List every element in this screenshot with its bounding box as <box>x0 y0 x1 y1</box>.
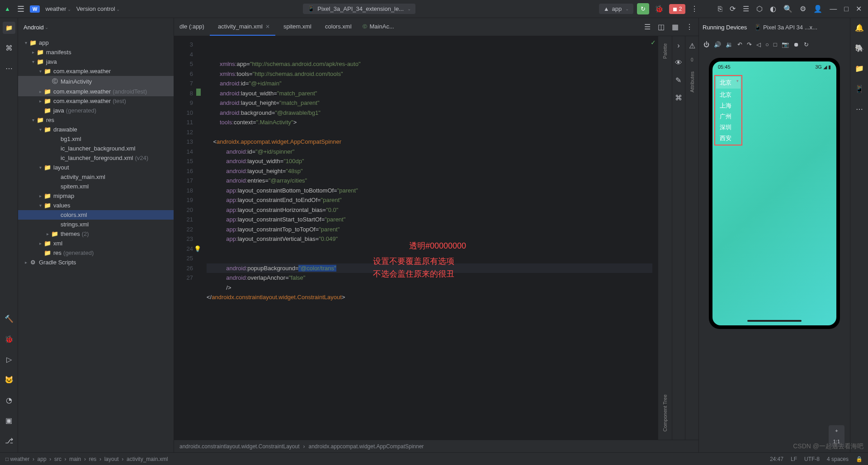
tree-item[interactable]: 📁res(generated) <box>18 248 174 258</box>
file-encoding[interactable]: UTF-8 <box>804 456 820 462</box>
inspection-tool-icon[interactable]: ◔ <box>4 394 14 406</box>
tree-item[interactable]: ▸📁manifests <box>18 47 174 57</box>
spinner-item[interactable]: 广州 <box>716 111 741 122</box>
editor-tab[interactable]: spitem.xml <box>275 18 317 36</box>
palette-expand-icon[interactable]: › <box>675 40 681 52</box>
profiler-icon[interactable]: ◐ <box>768 3 778 15</box>
warnings-icon[interactable]: ⚠ <box>687 40 697 52</box>
spinner-item[interactable]: 上海 <box>716 100 741 111</box>
view-mode-design-icon[interactable]: ▦ <box>670 21 680 33</box>
volume-up-icon[interactable]: 🔊 <box>714 41 721 48</box>
spinner-selected[interactable]: 北京 <box>716 77 741 89</box>
maximize-icon[interactable]: □ <box>842 3 850 15</box>
tree-item[interactable]: 📁java(generated) <box>18 106 174 115</box>
breadcrumb-item[interactable]: androidx.appcompat.widget.AppCompatSpinn… <box>309 443 424 450</box>
spinner-item[interactable]: 深圳 <box>716 122 741 133</box>
nav-crumbs[interactable]: □ weather › app › src › main › res › lay… <box>5 456 168 462</box>
screenshot-icon[interactable]: 📷 <box>782 41 789 48</box>
view-mode-split-icon[interactable]: ◫ <box>656 21 666 33</box>
tree-item[interactable]: ▸📁mipmap <box>18 191 174 201</box>
build-tool-icon[interactable]: 🔨 <box>3 313 15 325</box>
terminal-tool-icon[interactable]: ▣ <box>4 414 14 427</box>
project-tree[interactable]: ▾📁app▸📁manifests▾📁java▾📁com.example.weat… <box>18 36 174 452</box>
line-separator[interactable]: LF <box>791 456 797 462</box>
editor-tab[interactable]: activity_main.xml✕ <box>210 18 275 36</box>
stop-button[interactable]: ◼ 2 <box>669 4 685 14</box>
attributes-label[interactable]: Attributes <box>689 68 695 96</box>
tree-item[interactable]: ▾📁values <box>18 201 174 210</box>
tree-item[interactable]: ▾📁app <box>18 38 174 47</box>
run-config-selector[interactable]: ▲ app⌄ <box>599 4 634 14</box>
code-editor[interactable]: xmlns:app="http://schemas.android.com/ap… <box>201 36 658 440</box>
running-devices-tab[interactable]: Running Devices <box>703 22 747 33</box>
tree-item[interactable]: ▸📁themes(2) <box>18 229 174 239</box>
record-icon[interactable]: ⏺ <box>793 41 799 48</box>
resource-tool-icon[interactable]: ⋯ <box>4 62 14 75</box>
phone-screen[interactable]: 05:45 3G ◢ ▮ 北京 北京上海广州深圳西安 <box>712 61 836 325</box>
run-button[interactable]: ↻ <box>637 3 649 14</box>
breadcrumb-item[interactable]: androidx.constraintlayout.widget.Constra… <box>179 443 300 450</box>
back-icon[interactable]: ◁ <box>756 41 761 48</box>
device-selector[interactable]: 📱 Pixel_3a_API_34_extension_le...⌄ <box>303 4 415 14</box>
more-actions-icon[interactable]: ⋮ <box>689 3 700 15</box>
close-window-icon[interactable]: ✕ <box>854 3 863 15</box>
notifications-icon[interactable]: 🔔 <box>853 22 866 34</box>
project-tool-icon[interactable]: 📁 <box>3 22 15 34</box>
readonly-lock-icon[interactable]: 🔒 <box>856 456 863 462</box>
rotate-left-icon[interactable]: ↶ <box>737 41 742 48</box>
tree-item[interactable]: ⒸMainActivity <box>18 76 174 87</box>
tree-item[interactable]: ▾📁java <box>18 57 174 66</box>
tree-item[interactable]: ▸📁com.example.weather(androidTest) <box>18 87 174 96</box>
tab-more-icon[interactable]: ⋮ <box>684 21 695 33</box>
tree-item[interactable]: strings.xml <box>18 220 174 229</box>
settings-icon[interactable]: ⚙ <box>798 3 808 15</box>
debug-tool-icon[interactable]: 🐞 <box>3 333 15 345</box>
home-icon[interactable]: ○ <box>765 41 769 48</box>
tree-item[interactable]: activity_main.xml <box>18 172 174 182</box>
device-instance-tab[interactable]: 📱 Pixel 3a API 34 ...x... <box>754 22 817 33</box>
tree-item[interactable]: colors.xml <box>18 210 174 220</box>
zoom-in-button[interactable]: + <box>829 425 844 436</box>
attr-link-icon[interactable]: ⌘ <box>673 92 684 104</box>
more-device-icon[interactable]: ↻ <box>804 41 809 48</box>
tree-item[interactable]: bg1.xml <box>18 134 174 144</box>
more-tools-icon[interactable]: ⋯ <box>854 103 865 115</box>
editor-tab[interactable]: dle (:app) <box>174 18 210 36</box>
code-with-me-icon[interactable]: ⎘ <box>716 3 724 15</box>
cursor-position[interactable]: 24:47 <box>770 456 783 462</box>
spinner-item[interactable]: 北京 <box>716 89 741 100</box>
component-tree-label[interactable]: Component Tree <box>662 391 668 435</box>
visibility-icon[interactable]: 👁 <box>673 57 684 69</box>
rotate-right-icon[interactable]: ↷ <box>747 41 752 48</box>
tree-item[interactable]: ▾📁com.example.weather <box>18 66 174 76</box>
tree-item[interactable]: ▾📁res <box>18 115 174 125</box>
minimize-icon[interactable]: — <box>828 3 839 15</box>
tree-item[interactable]: ▾📁layout <box>18 163 174 172</box>
overview-icon[interactable]: □ <box>774 41 777 48</box>
structure-tool-icon[interactable]: ⌘ <box>4 42 14 54</box>
tree-item[interactable]: ic_launcher_foreground.xml(v24) <box>18 153 174 163</box>
tree-item[interactable]: ic_launcher_background.xml <box>18 144 174 153</box>
logcat-tool-icon[interactable]: 🐱 <box>3 374 15 386</box>
account-icon[interactable]: 👤 <box>811 3 824 15</box>
tree-item[interactable]: ▸📁xml <box>18 239 174 248</box>
device-explorer-icon[interactable]: 📁 <box>853 62 866 75</box>
debug-button[interactable]: 🐞 <box>653 3 665 15</box>
emulator-icon[interactable]: 📱 <box>853 83 866 95</box>
editor-tab[interactable]: colors.xml <box>317 18 357 36</box>
sdk-icon[interactable]: ⬡ <box>755 3 764 15</box>
tree-item[interactable]: ▸📁com.example.weather(test) <box>18 96 174 106</box>
view-mode-list-icon[interactable]: ☰ <box>642 21 652 33</box>
volume-down-icon[interactable]: 🔉 <box>726 41 733 48</box>
spinner-item[interactable]: 西安 <box>716 133 741 144</box>
avd-icon[interactable]: ☰ <box>741 3 751 15</box>
project-panel-header[interactable]: Android⌄ <box>18 18 174 36</box>
tree-item[interactable]: ▾📁drawable <box>18 125 174 134</box>
attr-wand-icon[interactable]: ✎ <box>674 74 683 86</box>
project-name-dropdown[interactable]: weather⌄ <box>45 5 71 12</box>
run-tool-icon[interactable]: ▷ <box>5 353 14 366</box>
main-menu-icon[interactable]: ☰ <box>17 4 24 14</box>
tree-item[interactable]: spitem.xml <box>18 182 174 191</box>
vcs-tool-icon[interactable]: ⎇ <box>3 435 15 447</box>
indent-setting[interactable]: 4 spaces <box>827 456 849 462</box>
